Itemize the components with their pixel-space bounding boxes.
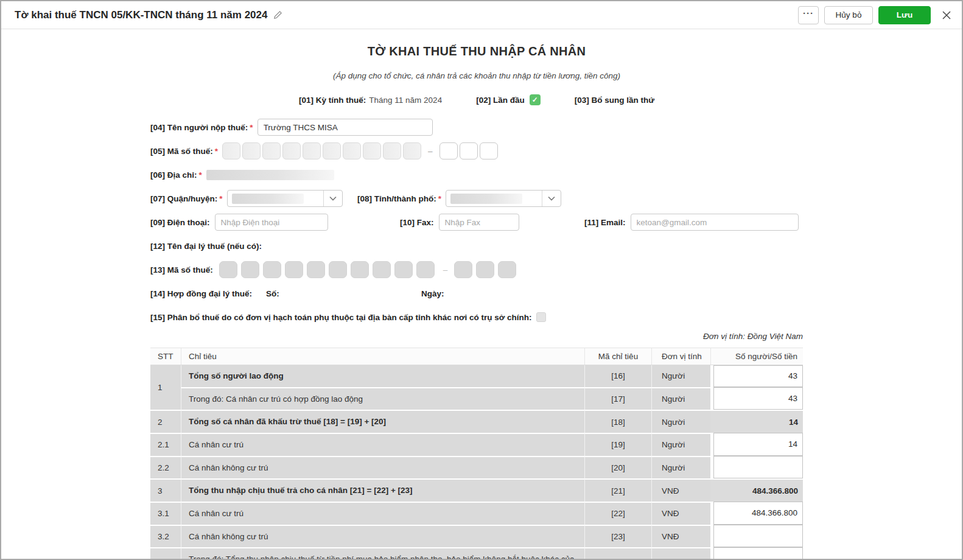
phone-label: [09] Điện thoại: <box>150 218 210 227</box>
row-value-cell[interactable]: 14 <box>713 433 803 456</box>
phone-input[interactable] <box>215 214 328 231</box>
row-code: [19] <box>584 433 651 456</box>
redacted-province <box>450 194 522 204</box>
agent-tax-code-suffix-digits <box>454 261 520 278</box>
row-criteria: Cá nhân không cư trú <box>181 525 584 548</box>
redacted-district <box>232 194 304 204</box>
row-stt: 3 <box>150 478 181 502</box>
province-label: [08] Tỉnh/thành phố: <box>357 194 436 203</box>
table-row: 2.2 Cá nhân không cư trú [20] Người <box>150 456 803 479</box>
period-value: Tháng 11 năm 2024 <box>369 96 442 105</box>
row-value-cell[interactable] <box>713 547 803 560</box>
taxpayer-name-input[interactable] <box>257 119 433 136</box>
row-unit: VNĐ <box>651 502 710 525</box>
agent-tax-code-label: [13] Mã số thuế: <box>150 265 213 275</box>
row-value-cell[interactable]: 484.366.800 <box>713 502 803 525</box>
row-code: [16] <box>584 365 651 387</box>
district-select[interactable] <box>227 190 343 207</box>
redacted-address <box>206 170 334 180</box>
tax-code-digit-box[interactable] <box>303 142 321 159</box>
row-value-cell[interactable]: 43 <box>713 387 803 410</box>
edit-title-icon[interactable] <box>273 10 282 19</box>
row-stt: 1 <box>150 365 181 387</box>
tax-code-suffix-digits[interactable] <box>439 142 500 159</box>
tax-code-digit-box[interactable] <box>242 142 261 159</box>
more-options-button[interactable]: ··· <box>798 6 819 24</box>
tax-code-digit-box[interactable] <box>343 142 361 159</box>
row-taxpayer-name: [04] Tên người nộp thuế: * <box>150 118 803 136</box>
row-value-cell[interactable] <box>713 525 803 548</box>
tax-code-digit-box[interactable] <box>383 142 401 159</box>
close-icon[interactable] <box>941 10 952 21</box>
row-contact: [09] Điện thoại: [10] Fax: [11] Email: <box>150 213 803 231</box>
form-subtitle: (Áp dụng cho tổ chức, cá nhân trả các kh… <box>150 71 803 80</box>
tax-table: STT Chỉ tiêu Mã chỉ tiêu Đơn vị tính Số … <box>150 348 803 560</box>
row-criteria: Cá nhân không cư trú <box>181 456 584 479</box>
tax-code-digit-box[interactable] <box>480 142 498 159</box>
taxpayer-name-label: [04] Tên người nộp thuế: <box>150 123 248 132</box>
tax-code-digit-box[interactable] <box>323 142 341 159</box>
email-input[interactable] <box>631 214 799 231</box>
row-value-cell[interactable]: 43 <box>713 365 803 387</box>
tax-code-digit-box[interactable] <box>222 142 240 159</box>
period-label: [01] Kỳ tính thuế: <box>299 96 366 105</box>
window-titlebar: Tờ khai thuế TNCN 05/KK-TNCN tháng 11 nă… <box>1 1 962 29</box>
row-code: [21] <box>584 478 651 502</box>
row-unit: VNĐ <box>651 525 710 548</box>
tax-code-digit-box[interactable] <box>403 142 421 159</box>
row-unit: Người <box>651 456 710 479</box>
row-criteria: Trong đó: Cá nhân cư trú có hợp đồng lao… <box>181 387 584 410</box>
table-row: 3.2 Cá nhân không cư trú [23] VNĐ <box>150 525 803 548</box>
tax-code-digit-box <box>329 261 347 278</box>
fax-input[interactable] <box>439 214 519 231</box>
required-mark: * <box>438 194 441 203</box>
row-unit: Người <box>651 433 710 456</box>
tax-code-digit-box <box>498 261 516 278</box>
tax-code-digit-box <box>373 261 391 278</box>
currency-unit-note: Đơn vị tính: Đồng Việt Nam <box>150 332 803 341</box>
row-stt <box>150 387 181 410</box>
allocation-checkbox[interactable] <box>536 312 546 322</box>
tax-code-digit-box <box>241 261 259 278</box>
province-select[interactable] <box>446 190 561 207</box>
contract-number-label: Số: <box>266 289 279 298</box>
row-code: [23] <box>584 525 651 548</box>
tax-code-digit-box[interactable] <box>460 142 478 159</box>
row-criteria: Trong đó: Tổng thu nhập chịu thuế từ tiề… <box>181 547 584 560</box>
agent-tax-code-main-digits <box>219 261 438 278</box>
tax-code-digit-box[interactable] <box>439 142 458 159</box>
tax-code-digit-box <box>263 261 281 278</box>
tax-code-digit-box[interactable] <box>363 142 381 159</box>
first-time-checkbox[interactable]: ✓ <box>530 94 541 105</box>
fax-label: [10] Fax: <box>400 218 434 227</box>
table-row: 3.1 Cá nhân cư trú [22] VNĐ 484.366.800 <box>150 502 803 525</box>
check-icon: ✓ <box>532 96 538 104</box>
row-unit: Người <box>651 410 710 433</box>
period-row: [01] Kỳ tính thuế: Tháng 11 năm 2024 [02… <box>150 94 803 105</box>
row-value-cell[interactable] <box>713 456 803 479</box>
address-input[interactable] <box>206 170 402 180</box>
row-code: [24] <box>584 547 651 560</box>
row-unit: VNĐ <box>651 478 710 502</box>
cancel-button[interactable]: Hủy bỏ <box>824 6 873 24</box>
table-header: STT Chỉ tiêu Mã chỉ tiêu Đơn vị tính Số … <box>150 348 803 365</box>
tax-code-digit-box[interactable] <box>282 142 301 159</box>
header-unit: Đơn vị tính <box>651 348 710 365</box>
row-agent-contract: [14] Hợp đồng đại lý thuế: Số: Ngày: <box>150 284 803 303</box>
tax-code-digit-box[interactable] <box>262 142 281 159</box>
row-district-province: [07] Quận/huyện: * [08] Tỉnh/thành phố: … <box>150 189 803 208</box>
agent-tax-code-separator: – <box>443 265 448 275</box>
tax-code-digit-box <box>454 261 472 278</box>
required-mark: * <box>215 147 218 156</box>
tax-code-digit-box <box>351 261 369 278</box>
save-button[interactable]: Lưu <box>878 6 931 24</box>
first-time-label: [02] Lần đầu <box>476 96 525 105</box>
row-agent-name: [12] Tên đại lý thuế (nếu có): <box>150 237 803 255</box>
row-tax-code: [05] Mã số thuế: * – <box>150 142 803 160</box>
tax-code-main-digits[interactable] <box>222 142 423 159</box>
supplement-label: [03] Bổ sung lần thứ <box>575 96 654 105</box>
agent-contract-label: [14] Hợp đồng đại lý thuế: <box>150 289 252 298</box>
row-criteria: Tổng số cá nhân đã khấu trừ thuế [18] = … <box>181 410 584 433</box>
address-label: [06] Địa chỉ: <box>150 170 197 180</box>
header-criteria: Chỉ tiêu <box>181 348 584 365</box>
